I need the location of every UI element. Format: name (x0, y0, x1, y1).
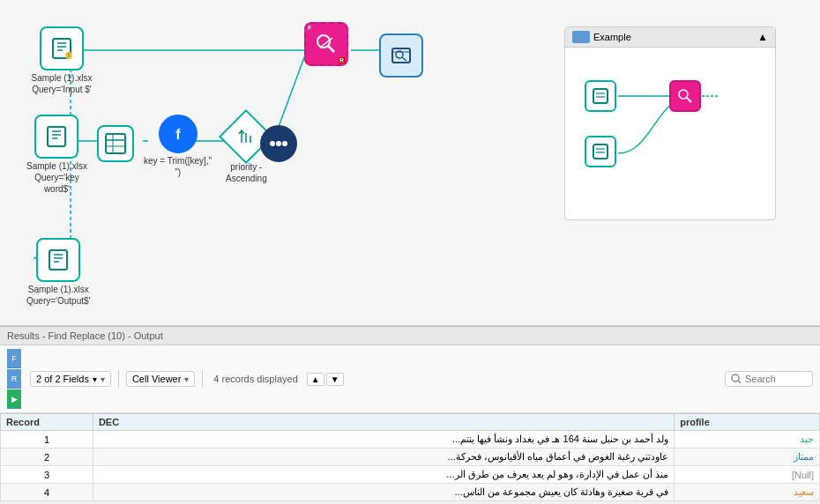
svg-point-34 (276, 141, 281, 146)
fields-arrow-icon: ▾ (101, 374, 105, 384)
side-nav-buttons: F R ▶ (7, 349, 21, 409)
browse-icon[interactable] (379, 33, 423, 78)
svg-rect-42 (593, 89, 608, 103)
toolbar-divider-2 (202, 370, 203, 388)
workflow-canvas: ! Sample (1).xlsx Query='Input $' F R (0, 0, 820, 326)
mini-findreplace-icon[interactable] (669, 80, 701, 112)
book-svg: ! (49, 36, 74, 61)
findreplace-svg (313, 31, 339, 57)
cell-dec: في قرية صغيرة وهادئة كان يعيش مجموعة من … (93, 484, 674, 501)
book-svg2 (44, 124, 69, 149)
search-input[interactable] (745, 374, 807, 384)
node-input2[interactable]: Sample (1).xlsxQuery='keyword$' (26, 115, 87, 195)
node-input1-label: Sample (1).xlsx Query='Input $' (26, 72, 97, 95)
cell-record: 1 (1, 431, 93, 448)
example-connectors (565, 48, 775, 215)
table-container: Record DEC profile 1ولد أحمد بن حنبل سنة… (0, 413, 820, 501)
svg-point-35 (282, 141, 287, 146)
node-table[interactable] (97, 125, 134, 162)
node-formula[interactable]: f key = Trim([key],"") (144, 115, 212, 178)
fields-dropdown[interactable]: 2 of 2 Fields ▾ (30, 371, 111, 387)
formula-svg: f (167, 122, 190, 145)
table-icon[interactable] (97, 125, 134, 162)
nav-btn-top[interactable]: F (7, 349, 21, 368)
book-icon-input2[interactable] (34, 115, 78, 159)
table-row: 4في قرية صغيرة وهادئة كان يعيش مجموعة من… (1, 484, 820, 501)
result-title: Results - Find Replace (10) - Output (0, 327, 820, 345)
mini-book2-svg (592, 143, 609, 160)
cell-profile: جيد (675, 431, 820, 448)
table-row: 3منذ أن عمل في الإدارة، وهو لم يعد يعرف … (1, 466, 820, 484)
node-sort-label: priority -Ascending (226, 161, 267, 184)
node-formula-label: key = Trim([key],"") (144, 155, 212, 178)
dots-svg (267, 132, 290, 155)
cell-viewer-arrow: ▾ (184, 374, 189, 384)
cell-profile: [Null] (675, 466, 820, 484)
cell-viewer-button[interactable]: Cell Viewer ▾ (126, 371, 195, 387)
svg-rect-36 (49, 250, 67, 270)
svg-rect-47 (593, 145, 608, 159)
toolbar: F R ▶ 2 of 2 Fields ▾ Cell Viewer ▾ 4 re… (0, 345, 820, 413)
sort-up-btn[interactable]: ▲ (307, 373, 324, 386)
example-inner (565, 48, 775, 215)
node-input1[interactable]: ! Sample (1).xlsx Query='Input $' (26, 26, 97, 95)
search-icon (731, 374, 742, 384)
svg-text:!: ! (68, 52, 70, 58)
toolbar-divider-1 (118, 370, 119, 388)
node-dots[interactable] (260, 125, 297, 162)
browse-svg (389, 43, 414, 68)
formula-icon[interactable]: f (159, 115, 198, 153)
svg-rect-17 (392, 48, 410, 63)
data-table: Record DEC profile 1ولد أحمد بن حنبل سنة… (0, 413, 820, 501)
node-findreplace[interactable]: F R (304, 22, 348, 66)
table-svg (104, 132, 127, 155)
fr-r-marker: R (339, 57, 345, 63)
cell-dec: ولد أحمد بن حنبل سنة 164 هـ في بغداد ونش… (93, 431, 674, 448)
cell-profile: ممتاز (675, 448, 820, 466)
nav-btn-mid[interactable]: R (7, 369, 21, 389)
node-input2-label: Sample (1).xlsxQuery='keyword$' (26, 160, 87, 195)
cell-record: 3 (1, 466, 93, 484)
fields-chevron-down (93, 374, 97, 384)
col-header-record: Record (1, 414, 93, 431)
cell-record: 4 (1, 484, 93, 501)
mini-book1-svg (592, 87, 609, 105)
sort-svg (236, 127, 256, 146)
book-icon-output[interactable] (36, 238, 80, 282)
dots-icon[interactable] (260, 125, 297, 162)
table-row: 2عاودتني رغبة الغوص في أعماق مياه الأقيا… (1, 448, 820, 466)
svg-rect-25 (106, 134, 125, 153)
svg-line-51 (738, 381, 741, 383)
cell-viewer-label: Cell Viewer (132, 374, 181, 384)
example-collapse-btn[interactable]: ▲ (757, 31, 768, 43)
result-panel: Results - Find Replace (10) - Output F R… (0, 326, 820, 501)
mini-book1-icon[interactable] (585, 80, 616, 112)
svg-line-15 (328, 46, 334, 52)
svg-point-45 (679, 90, 688, 99)
svg-rect-21 (48, 127, 65, 146)
cell-dec: عاودتني رغبة الغوص في أعماق مياه الأقيان… (93, 448, 674, 466)
cell-record: 2 (1, 448, 93, 466)
cell-profile: سعيد (675, 484, 820, 501)
records-count: 4 records displayed (213, 374, 297, 384)
node-output-label: Sample (1).xlsxQuery='Output$' (26, 284, 90, 307)
book-svg-out (46, 248, 71, 272)
mini-book2-icon[interactable] (585, 136, 616, 167)
svg-line-19 (402, 57, 406, 61)
fr-f-marker: F (308, 25, 311, 31)
book-icon-input1[interactable]: ! (40, 26, 84, 70)
mini-findreplace-svg (676, 87, 694, 105)
node-browse[interactable] (379, 33, 423, 78)
table-row: 1ولد أحمد بن حنبل سنة 164 هـ في بغداد ون… (1, 431, 820, 448)
search-box[interactable] (725, 371, 813, 387)
table-body: 1ولد أحمد بن حنبل سنة 164 هـ في بغداد ون… (1, 431, 820, 501)
nav-btn-bot[interactable]: ▶ (7, 389, 21, 409)
svg-text:f: f (175, 127, 181, 142)
sort-down-btn[interactable]: ▼ (326, 373, 344, 386)
svg-line-46 (687, 98, 691, 102)
svg-point-33 (270, 141, 275, 146)
node-output[interactable]: Sample (1).xlsxQuery='Output$' (26, 238, 90, 307)
findreplace-icon[interactable]: F R (304, 22, 348, 66)
cell-dec: منذ أن عمل في الإدارة، وهو لم يعد يعرف م… (93, 466, 674, 484)
col-header-profile: profile (675, 414, 820, 431)
